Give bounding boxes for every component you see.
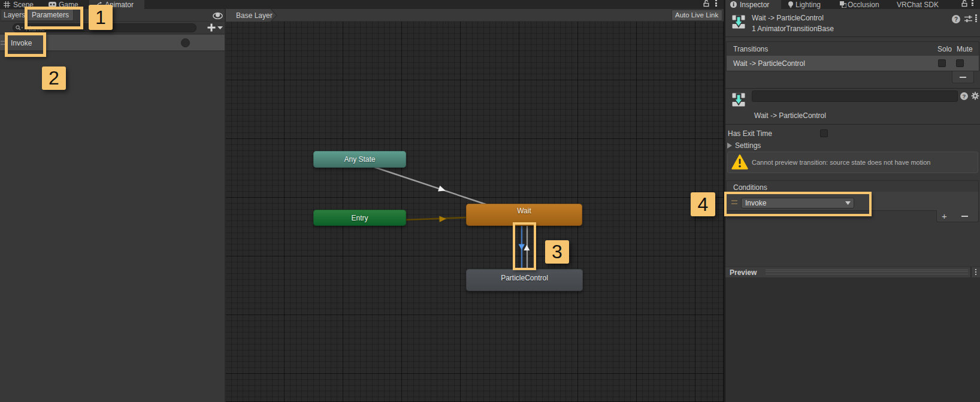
svg-text:?: ? (954, 16, 958, 23)
svg-text:?: ? (963, 93, 966, 99)
